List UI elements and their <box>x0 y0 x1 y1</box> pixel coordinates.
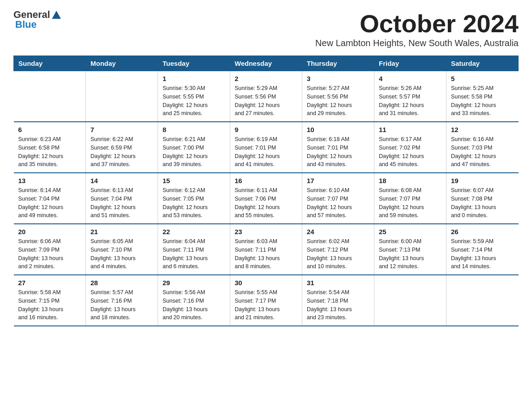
day-of-week-header: Thursday <box>302 56 374 71</box>
logo: General Blue <box>13 9 62 30</box>
day-number: 16 <box>235 177 297 184</box>
day-number: 11 <box>379 126 442 133</box>
day-number: 19 <box>451 177 514 184</box>
day-info: Sunrise: 6:02 AM Sunset: 7:12 PM Dayligh… <box>307 237 369 271</box>
calendar-cell: 5Sunrise: 5:25 AM Sunset: 5:58 PM Daylig… <box>446 71 519 122</box>
calendar-cell: 23Sunrise: 6:03 AM Sunset: 7:11 PM Dayli… <box>230 224 302 275</box>
calendar-cell: 1Sunrise: 5:30 AM Sunset: 5:55 PM Daylig… <box>158 71 230 122</box>
day-info: Sunrise: 5:54 AM Sunset: 7:18 PM Dayligh… <box>307 288 369 322</box>
day-number: 14 <box>90 177 153 184</box>
page-header: General Blue October 2024 New Lambton He… <box>13 9 519 53</box>
day-info: Sunrise: 5:59 AM Sunset: 7:14 PM Dayligh… <box>451 237 514 271</box>
day-of-week-header: Wednesday <box>230 56 302 71</box>
day-info: Sunrise: 5:25 AM Sunset: 5:58 PM Dayligh… <box>451 84 514 118</box>
day-number: 26 <box>451 228 514 235</box>
right-header: October 2024 New Lambton Heights, New So… <box>315 9 519 53</box>
day-number: 7 <box>90 126 153 133</box>
day-info: Sunrise: 6:16 AM Sunset: 7:03 PM Dayligh… <box>451 135 514 169</box>
day-number: 27 <box>18 279 82 287</box>
logo-blue: Blue <box>15 19 37 30</box>
calendar-cell: 18Sunrise: 6:08 AM Sunset: 7:07 PM Dayli… <box>374 173 446 224</box>
calendar-cell: 4Sunrise: 5:26 AM Sunset: 5:57 PM Daylig… <box>374 71 446 122</box>
calendar-cell: 29Sunrise: 5:56 AM Sunset: 7:16 PM Dayli… <box>158 275 230 326</box>
day-number: 12 <box>451 126 514 133</box>
calendar-table: SundayMondayTuesdayWednesdayThursdayFrid… <box>13 56 519 326</box>
day-info: Sunrise: 6:21 AM Sunset: 7:00 PM Dayligh… <box>163 135 225 169</box>
day-info: Sunrise: 6:14 AM Sunset: 7:04 PM Dayligh… <box>18 186 82 220</box>
day-info: Sunrise: 6:18 AM Sunset: 7:01 PM Dayligh… <box>307 135 369 169</box>
calendar-cell: 16Sunrise: 6:11 AM Sunset: 7:06 PM Dayli… <box>230 173 302 224</box>
calendar-cell: 10Sunrise: 6:18 AM Sunset: 7:01 PM Dayli… <box>302 122 374 173</box>
calendar-cell: 9Sunrise: 6:19 AM Sunset: 7:01 PM Daylig… <box>230 122 302 173</box>
calendar-week-row: 13Sunrise: 6:14 AM Sunset: 7:04 PM Dayli… <box>14 173 519 224</box>
day-info: Sunrise: 6:03 AM Sunset: 7:11 PM Dayligh… <box>235 237 297 271</box>
logo-triangle-icon <box>52 11 61 19</box>
location-title: New Lambton Heights, New South Wales, Au… <box>315 38 519 48</box>
day-info: Sunrise: 6:22 AM Sunset: 6:59 PM Dayligh… <box>90 135 153 169</box>
calendar-cell: 19Sunrise: 6:07 AM Sunset: 7:08 PM Dayli… <box>446 173 519 224</box>
day-of-week-header: Saturday <box>446 56 519 71</box>
day-number: 5 <box>451 75 514 82</box>
calendar-cell: 11Sunrise: 6:17 AM Sunset: 7:02 PM Dayli… <box>374 122 446 173</box>
day-info: Sunrise: 6:23 AM Sunset: 6:58 PM Dayligh… <box>18 135 82 169</box>
day-info: Sunrise: 6:06 AM Sunset: 7:09 PM Dayligh… <box>18 237 82 271</box>
day-number: 22 <box>163 228 225 235</box>
calendar-cell: 15Sunrise: 6:12 AM Sunset: 7:05 PM Dayli… <box>158 173 230 224</box>
day-info: Sunrise: 5:30 AM Sunset: 5:55 PM Dayligh… <box>163 84 225 118</box>
day-number: 13 <box>18 177 82 184</box>
calendar-cell: 6Sunrise: 6:23 AM Sunset: 6:58 PM Daylig… <box>14 122 86 173</box>
day-info: Sunrise: 6:04 AM Sunset: 7:11 PM Dayligh… <box>163 237 225 271</box>
calendar-cell: 30Sunrise: 5:55 AM Sunset: 7:17 PM Dayli… <box>230 275 302 326</box>
day-info: Sunrise: 5:56 AM Sunset: 7:16 PM Dayligh… <box>163 288 225 322</box>
day-info: Sunrise: 6:10 AM Sunset: 7:07 PM Dayligh… <box>307 186 369 220</box>
calendar-cell <box>374 275 446 326</box>
day-info: Sunrise: 5:57 AM Sunset: 7:16 PM Dayligh… <box>90 288 153 322</box>
calendar-cell: 21Sunrise: 6:05 AM Sunset: 7:10 PM Dayli… <box>86 224 158 275</box>
day-number: 31 <box>307 279 369 287</box>
calendar-cell: 8Sunrise: 6:21 AM Sunset: 7:00 PM Daylig… <box>158 122 230 173</box>
calendar-cell: 3Sunrise: 5:27 AM Sunset: 5:56 PM Daylig… <box>302 71 374 122</box>
calendar-cell: 28Sunrise: 5:57 AM Sunset: 7:16 PM Dayli… <box>86 275 158 326</box>
day-number: 9 <box>235 126 297 133</box>
calendar-cell: 27Sunrise: 5:58 AM Sunset: 7:15 PM Dayli… <box>14 275 86 326</box>
day-number: 2 <box>235 75 297 82</box>
calendar-cell: 14Sunrise: 6:13 AM Sunset: 7:04 PM Dayli… <box>86 173 158 224</box>
calendar-week-row: 27Sunrise: 5:58 AM Sunset: 7:15 PM Dayli… <box>14 275 519 326</box>
calendar-week-row: 6Sunrise: 6:23 AM Sunset: 6:58 PM Daylig… <box>14 122 519 173</box>
calendar-header-row: SundayMondayTuesdayWednesdayThursdayFrid… <box>14 56 519 71</box>
day-info: Sunrise: 6:12 AM Sunset: 7:05 PM Dayligh… <box>163 186 225 220</box>
calendar-cell: 20Sunrise: 6:06 AM Sunset: 7:09 PM Dayli… <box>14 224 86 275</box>
day-number: 25 <box>379 228 442 235</box>
day-info: Sunrise: 5:27 AM Sunset: 5:56 PM Dayligh… <box>307 84 369 118</box>
calendar-cell: 22Sunrise: 6:04 AM Sunset: 7:11 PM Dayli… <box>158 224 230 275</box>
day-of-week-header: Monday <box>86 56 158 71</box>
calendar-cell: 25Sunrise: 6:00 AM Sunset: 7:13 PM Dayli… <box>374 224 446 275</box>
calendar-cell: 12Sunrise: 6:16 AM Sunset: 7:03 PM Dayli… <box>446 122 519 173</box>
day-info: Sunrise: 6:07 AM Sunset: 7:08 PM Dayligh… <box>451 186 514 220</box>
day-number: 30 <box>235 279 297 287</box>
day-info: Sunrise: 6:11 AM Sunset: 7:06 PM Dayligh… <box>235 186 297 220</box>
day-number: 3 <box>307 75 369 82</box>
day-number: 24 <box>307 228 369 235</box>
calendar-week-row: 20Sunrise: 6:06 AM Sunset: 7:09 PM Dayli… <box>14 224 519 275</box>
calendar-cell <box>446 275 519 326</box>
calendar-cell: 17Sunrise: 6:10 AM Sunset: 7:07 PM Dayli… <box>302 173 374 224</box>
month-title: October 2024 <box>315 9 519 38</box>
day-number: 17 <box>307 177 369 184</box>
calendar-cell: 2Sunrise: 5:29 AM Sunset: 5:56 PM Daylig… <box>230 71 302 122</box>
calendar-cell: 31Sunrise: 5:54 AM Sunset: 7:18 PM Dayli… <box>302 275 374 326</box>
calendar-cell: 26Sunrise: 5:59 AM Sunset: 7:14 PM Dayli… <box>446 224 519 275</box>
calendar-cell <box>86 71 158 122</box>
day-number: 29 <box>163 279 225 287</box>
day-number: 23 <box>235 228 297 235</box>
calendar-cell: 13Sunrise: 6:14 AM Sunset: 7:04 PM Dayli… <box>14 173 86 224</box>
calendar-week-row: 1Sunrise: 5:30 AM Sunset: 5:55 PM Daylig… <box>14 71 519 122</box>
day-info: Sunrise: 5:55 AM Sunset: 7:17 PM Dayligh… <box>235 288 297 322</box>
day-number: 10 <box>307 126 369 133</box>
day-info: Sunrise: 5:29 AM Sunset: 5:56 PM Dayligh… <box>235 84 297 118</box>
day-number: 15 <box>163 177 225 184</box>
day-number: 28 <box>90 279 153 287</box>
day-info: Sunrise: 6:13 AM Sunset: 7:04 PM Dayligh… <box>90 186 153 220</box>
calendar-cell <box>14 71 86 122</box>
day-of-week-header: Sunday <box>14 56 86 71</box>
